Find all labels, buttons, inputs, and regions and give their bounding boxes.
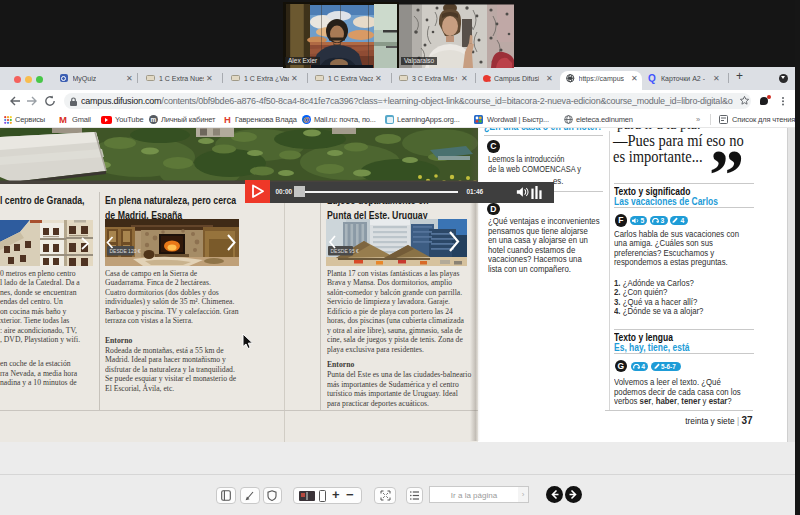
svg-text:DESDE 120 €: DESDE 120 € — [110, 248, 141, 254]
svg-text:DESDE 95 €: DESDE 95 € — [331, 248, 360, 254]
